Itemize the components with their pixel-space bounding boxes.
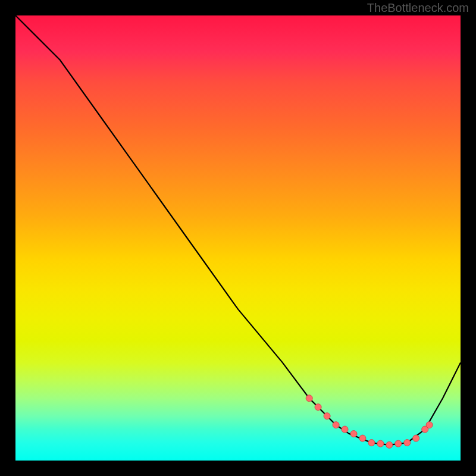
- dot: [350, 431, 357, 437]
- dot: [359, 435, 366, 441]
- highlight-dots: [306, 395, 433, 449]
- dot: [413, 435, 419, 441]
- dot: [342, 426, 348, 433]
- dot: [386, 441, 393, 448]
- dot: [404, 440, 411, 446]
- dot: [315, 404, 321, 411]
- bottleneck-curve: [15, 15, 461, 445]
- dot: [306, 395, 312, 402]
- plot-area: [15, 15, 461, 461]
- dot: [368, 440, 375, 446]
- dot: [333, 422, 339, 428]
- dot: [426, 422, 433, 428]
- dot: [377, 440, 384, 447]
- dot: [395, 440, 402, 447]
- dot: [324, 413, 330, 419]
- chart-svg: [15, 15, 461, 461]
- watermark-text: TheBottleneck.com: [367, 1, 469, 15]
